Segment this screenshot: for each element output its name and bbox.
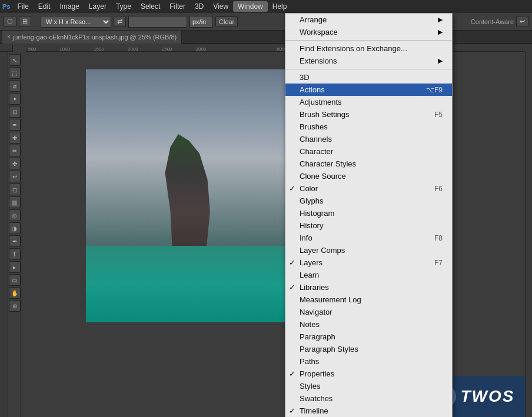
menu-item-paths[interactable]: Paths xyxy=(285,355,452,368)
arrange-label: Arrange xyxy=(300,15,327,24)
history-label: History xyxy=(300,221,323,230)
menu-window[interactable]: Window xyxy=(233,1,268,12)
width-input[interactable] xyxy=(128,16,187,28)
menu-item-history[interactable]: History xyxy=(285,219,452,232)
menu-item-timeline[interactable]: ✓ Timeline xyxy=(285,405,452,417)
dodge-tool[interactable]: ◑ xyxy=(9,222,21,234)
menu-item-paragraph[interactable]: Paragraph xyxy=(285,331,452,343)
menu-item-navigator[interactable]: Navigator xyxy=(285,306,452,318)
menu-item-properties[interactable]: ✓ Properties xyxy=(285,368,452,380)
menu-item-3d[interactable]: 3D xyxy=(285,71,452,84)
zoom-tool[interactable]: ⊕ xyxy=(9,300,21,312)
menu-item-notes[interactable]: Notes xyxy=(285,318,452,331)
menu-edit[interactable]: Edit xyxy=(34,1,55,12)
menu-type[interactable]: Type xyxy=(111,1,136,12)
menu-item-histogram[interactable]: Histogram xyxy=(285,207,452,219)
pen-tool[interactable]: ✒ xyxy=(9,235,21,247)
timeline-label: Timeline xyxy=(300,406,328,415)
menu-item-find-extensions[interactable]: Find Extensions on Exchange... xyxy=(285,42,452,55)
find-extensions-label: Find Extensions on Exchange... xyxy=(300,44,407,53)
path-select-tool[interactable]: ▸ xyxy=(9,261,21,273)
menu-select[interactable]: Select xyxy=(136,1,165,12)
menu-item-arrange[interactable]: Arrange ▶ xyxy=(285,14,452,26)
eraser-tool[interactable]: ◻ xyxy=(9,184,21,195)
menu-item-character[interactable]: Character xyxy=(285,145,452,158)
menu-layer[interactable]: Layer xyxy=(84,1,111,12)
brush-tool[interactable]: ✏ xyxy=(9,145,21,156)
menu-item-extensions[interactable]: Extensions ▶ xyxy=(285,55,452,67)
menu-item-workspace[interactable]: Workspace ▶ xyxy=(285,26,452,38)
history-brush-tool[interactable]: ↩ xyxy=(9,171,21,182)
notes-label: Notes xyxy=(300,320,320,329)
channels-label: Channels xyxy=(300,135,332,144)
mode-select[interactable]: W x H x Reso... xyxy=(41,16,111,28)
shape-tool[interactable]: ▭ xyxy=(9,274,21,286)
tool-icon-btn[interactable]: ⬡ xyxy=(4,16,16,27)
menu-item-clone-source[interactable]: Clone Source xyxy=(285,170,452,182)
menu-filter[interactable]: Filter xyxy=(165,1,190,12)
clone-source-label: Clone Source xyxy=(300,172,346,181)
menu-item-measurement-log[interactable]: Measurement Log xyxy=(285,293,452,306)
menu-view[interactable]: View xyxy=(208,1,233,12)
menu-3d[interactable]: 3D xyxy=(190,1,208,12)
menu-image[interactable]: Image xyxy=(55,1,84,12)
menu-item-brushes[interactable]: Brushes xyxy=(285,121,452,133)
menu-item-paragraph-styles[interactable]: Paragraph Styles xyxy=(285,343,452,355)
tool-options-btn[interactable]: ⊞ xyxy=(19,16,31,27)
gradient-tool[interactable]: ▥ xyxy=(9,196,21,208)
clear-btn[interactable]: Clear xyxy=(215,16,238,27)
menu-item-glyphs[interactable]: Glyphs xyxy=(285,195,452,207)
menu-item-info[interactable]: Info F8 xyxy=(285,232,452,244)
menu-item-color[interactable]: ✓ Color F6 xyxy=(285,182,452,195)
menu-item-libraries[interactable]: ✓ Libraries xyxy=(285,281,452,293)
3d-label: 3D xyxy=(300,73,310,82)
menu-item-styles[interactable]: Styles xyxy=(285,380,452,392)
eyedropper-tool[interactable]: ✒ xyxy=(9,119,21,131)
character-label: Character xyxy=(300,147,333,156)
layer-comps-label: Layer Comps xyxy=(300,246,345,255)
quick-select-tool[interactable]: ✦ xyxy=(9,93,21,105)
layers-shortcut: F7 xyxy=(434,259,443,267)
lasso-tool[interactable]: ⌀ xyxy=(9,80,21,92)
menu-file[interactable]: File xyxy=(12,1,33,12)
timeline-checkmark: ✓ xyxy=(289,406,295,415)
healing-tool[interactable]: ✚ xyxy=(9,132,21,144)
extensions-label: Extensions xyxy=(300,56,337,65)
menu-item-adjustments[interactable]: Adjustments xyxy=(285,96,452,108)
menu-help[interactable]: Help xyxy=(268,1,292,12)
layers-label: Layers xyxy=(300,258,322,267)
menu-item-channels[interactable]: Channels xyxy=(285,133,452,145)
menu-item-learn[interactable]: Learn xyxy=(285,269,452,281)
document-tab[interactable]: × junfeng-gao-cEknN1ckP1s-unsplash.jpg @… xyxy=(2,31,182,44)
clone-tool[interactable]: ✤ xyxy=(9,158,21,169)
marquee-tool[interactable]: ⬚ xyxy=(9,67,21,79)
swap-btn[interactable]: ⇄ xyxy=(114,16,126,27)
menu-item-actions[interactable]: Actions ⌥F9 xyxy=(285,84,452,96)
document-canvas[interactable] xyxy=(86,69,292,322)
menu-item-layer-comps[interactable]: Layer Comps xyxy=(285,244,452,256)
vertical-ruler xyxy=(0,52,8,417)
actions-label: Actions xyxy=(300,85,325,94)
info-shortcut: F8 xyxy=(434,234,443,242)
brush-settings-shortcut: F5 xyxy=(434,111,443,119)
unit-input[interactable] xyxy=(189,16,213,28)
blur-tool[interactable]: ◎ xyxy=(9,209,21,221)
paths-label: Paths xyxy=(300,357,319,366)
submenu-arrow-arrange: ▶ xyxy=(438,16,443,24)
menu-item-swatches[interactable]: Swatches xyxy=(285,392,452,405)
crop-tool[interactable]: ⊡ xyxy=(9,106,21,118)
window-menu-dropdown[interactable]: Arrange ▶ Workspace ▶ Find Extensions on… xyxy=(285,13,453,417)
measurement-log-label: Measurement Log xyxy=(300,295,361,304)
hand-tool[interactable]: ✋ xyxy=(9,287,21,299)
menu-item-character-styles[interactable]: Character Styles xyxy=(285,158,452,170)
right-scroll-bar[interactable] xyxy=(525,52,532,417)
undo-btn[interactable]: ↩ xyxy=(516,16,528,27)
move-tool[interactable]: ↖ xyxy=(9,54,21,66)
menu-item-brush-settings[interactable]: Brush Settings F5 xyxy=(285,108,452,121)
learn-label: Learn xyxy=(300,271,319,279)
close-icon[interactable]: × xyxy=(7,34,11,40)
submenu-arrow-workspace: ▶ xyxy=(438,28,443,36)
menu-item-layers[interactable]: ✓ Layers F7 xyxy=(285,256,452,269)
color-shortcut: F6 xyxy=(434,185,443,193)
type-tool[interactable]: T xyxy=(9,248,21,260)
